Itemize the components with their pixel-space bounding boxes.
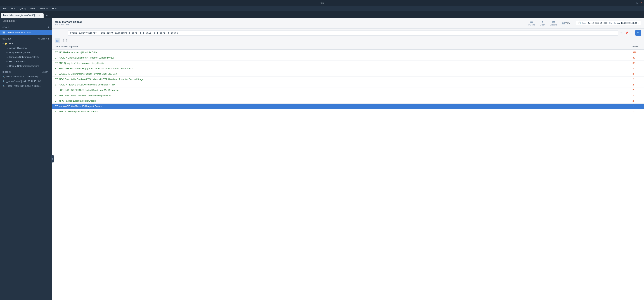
table-row[interactable]: ET DNS Query to a *.top domain - Likely … (52, 61, 644, 66)
folder-expand-icon: ▾ (2, 42, 4, 45)
value-cell: ET INFO Packed Executable Download (52, 98, 630, 104)
queries-add-button[interactable]: + (48, 37, 49, 40)
col-value-label: value › alert › signature (55, 45, 78, 48)
count-cell: 30 (630, 61, 644, 66)
history-title: HISTORY (2, 71, 12, 73)
history-search-icon: 🔍 (2, 76, 5, 78)
time-range[interactable]: 🕐 From Jan 12, 2022 14:48:08 2 hr To Jan… (576, 21, 641, 25)
history-item-0[interactable]: 🔍 event_type=="alert" | cut alert.sign..… (0, 74, 52, 79)
table-row[interactable]: ET INFO Packed Executable Download2 (52, 98, 644, 104)
value-cell: ET POLICY OpenSSL Demo CA - Internet Wid… (52, 55, 630, 61)
sidebar-collapse-handle[interactable]: ❮ (51, 155, 54, 163)
app-title: Brim (320, 2, 324, 4)
restore-button[interactable]: ❐ (636, 2, 638, 4)
value-cell: ET INFO HTTP Request to a *.top domain (52, 109, 630, 114)
query-label-windows: Windows Networking Activity (9, 56, 39, 58)
table-row[interactable]: ET MALWARE Meterpreter or Other Reverse … (52, 71, 644, 77)
view-label: View (565, 22, 570, 24)
table-row[interactable]: ET HUNTING SUSPICIOUS Dotted Quad Host M… (52, 87, 644, 93)
time-to-value: Jan 12, 2022 17:21:04 (617, 22, 637, 24)
pool-item-task6[interactable]: ▤ task6-malware-c2.pcap (0, 30, 52, 35)
lake-chevron-icon: ▾ (16, 20, 17, 22)
table-row[interactable]: ET JA3 Hash - [Abuse.ch] Possible Dridex… (52, 50, 644, 55)
time-from-value: Jan 12, 2022 14:48:08 (588, 22, 607, 24)
lake-selector[interactable]: Local Lake ▾ (0, 18, 52, 24)
star-query-button[interactable]: ☆ (620, 31, 624, 35)
value-cell: ET INFO Executable Retrieved With Minima… (52, 77, 630, 82)
time-range-chevron-icon: ▾ (638, 22, 639, 24)
history-text-1: _path=="conn" | 104.168.44.45 | 443... (6, 80, 43, 83)
more-options-button[interactable]: ⋮ (630, 31, 634, 35)
query-item-http[interactable]: ☆ HTTP Requests (0, 59, 52, 64)
history-search-icon: 🔍 (2, 80, 5, 83)
col-header-count[interactable]: count (630, 44, 644, 50)
menu-edit[interactable]: Edit (10, 7, 17, 11)
active-tab[interactable]: Local Lake: event_type=="alert" | ... × (1, 13, 44, 18)
columns-label: Columns (550, 24, 557, 26)
export-button[interactable]: ↑ Export (538, 20, 546, 27)
search-input[interactable] (70, 32, 616, 34)
results-table: value › alert › signature count ET JA3 H… (52, 44, 644, 300)
table-row[interactable]: ET POLICY PE EXE or DLL Windows file dow… (52, 82, 644, 87)
forward-button[interactable]: → (61, 31, 66, 35)
results-data-table: value › alert › signature count ET JA3 H… (52, 44, 644, 114)
table-row[interactable]: ET HUNTING Suspicious Empty SSL Certific… (52, 66, 644, 71)
folder-label: Brim (8, 42, 14, 45)
table-row[interactable]: ET INFO Executable Download from dotted-… (52, 93, 644, 98)
search-input-wrap[interactable] (68, 30, 618, 36)
brim-folder[interactable]: ▾ 📁 Brim (0, 41, 52, 46)
run-search-button[interactable]: 🔍 (636, 30, 641, 36)
history-item-1[interactable]: 🔍 _path=="conn" | 104.168.44.45 | 443... (0, 79, 52, 84)
from-label: From (582, 22, 586, 24)
history-item-2[interactable]: 🔍 _path=="http" | cut id.orig_h, id.res.… (0, 84, 52, 88)
search-actions: ☆ 📌 ⋮ (620, 31, 634, 35)
json-view-button[interactable]: {…} (62, 38, 68, 43)
history-mode-label[interactable]: Linear (42, 71, 48, 73)
count-cell: 2 (630, 77, 644, 82)
query-item-windows[interactable]: ☆ Windows Networking Activity (0, 55, 52, 59)
file-info: task6-malware-c2.pcap 149.6 KB 2 HR (55, 21, 82, 26)
table-view-button[interactable]: ▦ (55, 38, 60, 43)
pin-query-button[interactable]: 📌 (624, 31, 629, 35)
folder-icon-visual: 📁 (5, 42, 8, 45)
menu-window[interactable]: Window (38, 7, 50, 11)
new-tab-button[interactable]: + (44, 14, 49, 18)
close-button[interactable]: ✕ (640, 2, 642, 4)
count-cell: 3 (630, 66, 644, 71)
search-bar: ← → ☆ 📌 ⋮ 🔍 (52, 29, 644, 37)
table-row[interactable]: ET POLICY OpenSSL Demo CA - Internet Wid… (52, 55, 644, 61)
history-search-icon: 🔍 (2, 85, 5, 87)
tab-close-button[interactable]: × (38, 14, 41, 17)
query-label-dns: Unique DNS Queries (9, 51, 31, 54)
table-row[interactable]: ET INFO Executable Retrieved With Minima… (52, 77, 644, 82)
menu-help[interactable]: Help (50, 7, 59, 11)
minimize-button[interactable]: — (632, 2, 635, 4)
query-item-connections[interactable]: ☆ Unique Network Connections (0, 64, 52, 68)
query-star-icon: ☆ (6, 65, 8, 67)
title-bar: Brim — ❐ ✕ (0, 0, 644, 6)
sidebar: Local Lake ▾ POOLS + ▤ task6-malware-c2.… (0, 18, 52, 300)
queries-mode-label[interactable]: All Local (38, 38, 45, 40)
back-button[interactable]: ← (55, 31, 60, 35)
query-item-activity[interactable]: ☆ Activity Overview (0, 46, 52, 50)
query-star-icon: ☆ (6, 56, 8, 58)
query-star-icon: ☆ (6, 51, 8, 54)
view-button[interactable]: ▤ View ▾ (561, 21, 573, 26)
content-area: task6-malware-c2.pcap 149.6 KB 2 HR ▭ Pa… (52, 18, 644, 300)
menu-query[interactable]: Query (18, 7, 28, 11)
columns-icon: ▦ (552, 20, 555, 24)
pools-add-button[interactable]: + (48, 26, 49, 29)
table-row[interactable]: ET INFO HTTP Request to a *.top domain1 (52, 109, 644, 114)
results-toolbar: ▦ {…} (52, 37, 644, 44)
table-row[interactable]: ET MALWARE Win32/IcedID Request Cookie1 (52, 104, 644, 109)
columns-button[interactable]: ▦ Columns (548, 19, 558, 27)
view-icon: ▤ (562, 21, 565, 25)
value-cell: ET HUNTING SUSPICIOUS Dotted Quad Host M… (52, 87, 630, 93)
results-area: ▦ {…} value › alert › signature (52, 37, 644, 300)
query-item-dns[interactable]: ☆ Unique DNS Queries (0, 50, 52, 55)
packets-button[interactable]: ▭ Packets (527, 19, 536, 27)
menu-view[interactable]: View (28, 7, 37, 11)
menu-file[interactable]: File (2, 7, 9, 11)
file-name: task6-malware-c2.pcap (55, 21, 82, 23)
col-header-value[interactable]: value › alert › signature (52, 44, 630, 50)
